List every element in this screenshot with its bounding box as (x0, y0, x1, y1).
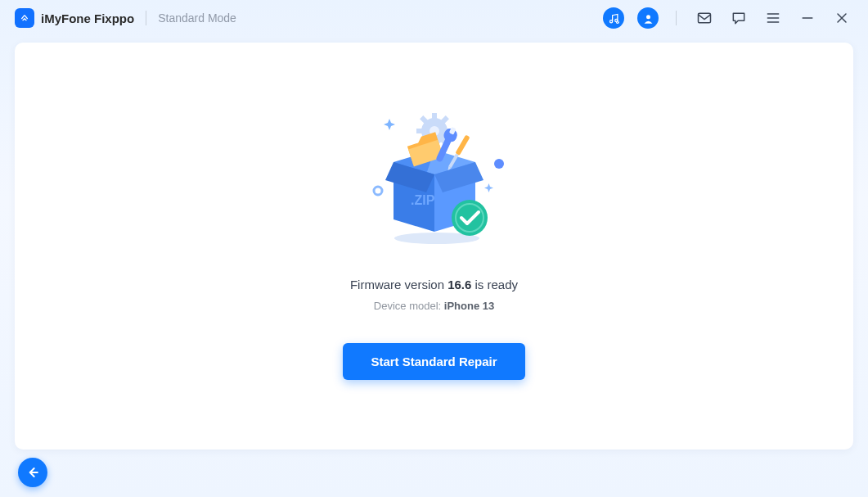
menu-button[interactable] (762, 7, 785, 29)
menu-icon (765, 10, 781, 26)
arrow-left-icon (25, 464, 41, 481)
firmware-box-illustration: .ZIP (349, 113, 520, 256)
svg-point-1 (646, 15, 650, 19)
close-icon (834, 10, 850, 26)
divider (676, 11, 677, 25)
svg-rect-2 (699, 13, 711, 23)
firmware-status-text: Firmware version 16.6 is ready (350, 278, 518, 291)
main-card: .ZIP Firmware version 16.6 is ready Devi… (15, 43, 853, 450)
divider (146, 11, 146, 25)
device-model: iPhone 13 (444, 300, 494, 312)
chat-icon (731, 10, 747, 26)
svg-rect-16 (455, 135, 470, 156)
status-prefix: Firmware version (350, 278, 447, 291)
svg-point-19 (452, 200, 488, 236)
device-model-text: Device model: iPhone 13 (374, 300, 494, 312)
svg-point-4 (494, 159, 504, 169)
start-repair-button[interactable]: Start Standard Repair (343, 343, 524, 380)
user-icon (637, 7, 659, 29)
svg-rect-7 (432, 113, 437, 120)
firmware-version: 16.6 (447, 278, 471, 291)
app-title: iMyFone Fixppo (41, 11, 134, 25)
music-icon (603, 7, 624, 29)
mail-button[interactable] (693, 7, 716, 29)
svg-point-3 (374, 187, 382, 195)
minimize-icon (799, 10, 816, 26)
box-label: .ZIP (411, 193, 435, 207)
account-button[interactable] (636, 7, 659, 29)
feedback-button[interactable] (727, 7, 750, 29)
music-share-button[interactable] (602, 7, 625, 29)
close-button[interactable] (830, 7, 853, 29)
device-label: Device model: (374, 300, 444, 312)
back-button[interactable] (18, 458, 47, 487)
svg-rect-9 (416, 129, 423, 133)
mode-label: Standard Mode (158, 11, 236, 25)
minimize-button[interactable] (796, 7, 819, 29)
app-logo (15, 8, 34, 28)
mail-icon (696, 10, 713, 26)
status-suffix: is ready (471, 278, 518, 291)
